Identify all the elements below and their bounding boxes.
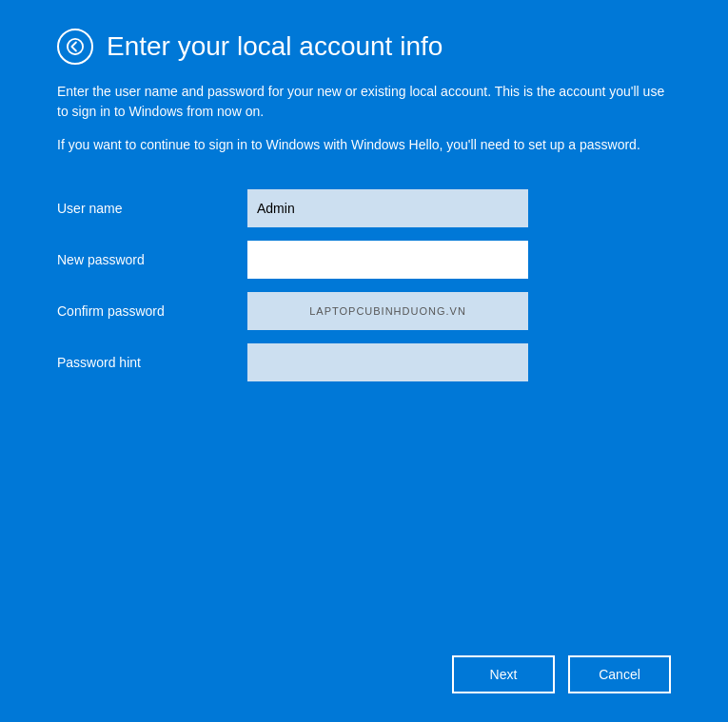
form-section: User name New password Confirm password …: [57, 189, 671, 395]
new-password-row: New password: [57, 241, 671, 279]
next-button[interactable]: Next: [452, 655, 555, 693]
password-hint-input[interactable]: [247, 343, 528, 381]
password-hint-label: Password hint: [57, 355, 247, 370]
confirm-password-label: Confirm password: [57, 303, 247, 319]
username-row: User name: [57, 189, 671, 227]
new-password-input[interactable]: [247, 241, 528, 279]
back-button[interactable]: [57, 29, 93, 65]
description-2: If you want to continue to sign in to Wi…: [57, 135, 671, 155]
username-label: User name: [57, 201, 247, 216]
bottom-buttons: Next Cancel: [452, 655, 671, 693]
header-row: Enter your local account info: [57, 29, 671, 65]
username-input[interactable]: [247, 189, 528, 227]
password-hint-row: Password hint: [57, 343, 671, 381]
page-title: Enter your local account info: [107, 30, 443, 63]
confirm-password-input[interactable]: [247, 292, 528, 330]
description-1: Enter the user name and password for you…: [57, 82, 671, 122]
back-arrow-icon: [67, 38, 84, 55]
page-container: Enter your local account info Enter the …: [0, 0, 728, 722]
confirm-password-row: Confirm password: [57, 292, 671, 330]
new-password-label: New password: [57, 252, 247, 267]
svg-point-0: [68, 39, 83, 54]
cancel-button[interactable]: Cancel: [568, 655, 671, 693]
